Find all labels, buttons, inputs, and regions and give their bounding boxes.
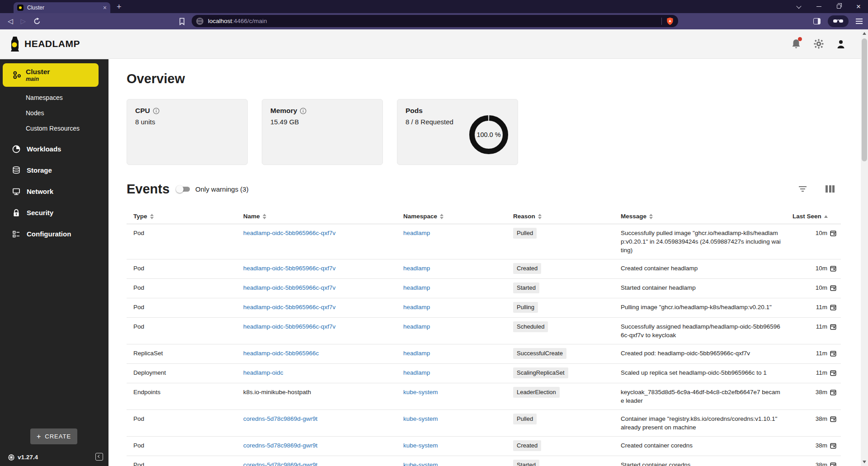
column-header-type[interactable]: Type (127, 209, 236, 224)
new-tab-button[interactable]: + (117, 2, 122, 12)
event-namespace-link[interactable]: headlamp (403, 304, 430, 311)
event-namespace-cell: headlamp (396, 279, 506, 298)
event-namespace-link[interactable]: headlamp (403, 350, 430, 357)
sidebar-item-storage[interactable]: Storage (0, 160, 108, 181)
sidebar-panel-icon[interactable] (813, 18, 821, 24)
column-header-namespace[interactable]: Namespace (396, 209, 506, 224)
window-menu-chevron-icon[interactable] (796, 4, 802, 10)
create-button[interactable]: + CREATE (30, 428, 77, 444)
site-settings-icon[interactable] (196, 18, 203, 25)
info-icon[interactable] (300, 108, 307, 114)
pods-donut-chart: 100.0 % (469, 115, 509, 155)
column-label: Reason (513, 213, 535, 220)
notifications-button[interactable] (791, 38, 801, 49)
sidebar-item-custom-resources[interactable]: Custom Resources (0, 121, 108, 136)
event-namespace-cell: headlamp (396, 344, 506, 364)
event-name-link[interactable]: coredns-5d78c9869d-gwr9t (243, 442, 317, 449)
tab-close-icon[interactable]: × (103, 5, 107, 11)
card-title: CPU (135, 107, 150, 115)
event-name-link[interactable]: coredns-5d78c9869d-gwr9t (243, 415, 317, 422)
columns-icon[interactable] (826, 185, 835, 193)
window-restore-button[interactable] (835, 4, 842, 10)
window-close-button[interactable]: × (855, 4, 862, 10)
calendar-icon (830, 442, 836, 449)
calendar-icon (830, 230, 836, 236)
profile-button[interactable] (836, 39, 845, 49)
card-cpu: CPU8 units (127, 99, 248, 165)
event-type: Pod (127, 318, 236, 344)
event-name-link[interactable]: coredns-5d78c9869d-gwr9t (243, 461, 317, 466)
column-label: Last Seen (793, 213, 821, 220)
event-reason-cell: Pulled (506, 224, 614, 259)
event-name-link[interactable]: headlamp-oidc-5bb965966c-qxf7v (243, 230, 335, 236)
page-scrollbar[interactable] (861, 29, 868, 466)
event-row: Podheadlamp-oidc-5bb965966c-qxf7vheadlam… (127, 279, 841, 298)
event-name-cell: headlamp-oidc-5bb965966c-qxf7v (236, 224, 396, 259)
event-name-cell: headlamp-oidc-5bb965966c (236, 344, 396, 364)
sidebar-item-configuration[interactable]: Configuration (0, 223, 108, 245)
event-namespace-link[interactable]: headlamp (403, 323, 430, 330)
forward-button[interactable]: ▷ (21, 17, 26, 25)
event-name-link[interactable]: headlamp-oidc-5bb965966c-qxf7v (243, 323, 335, 330)
sidebar-collapse-button[interactable] (95, 453, 103, 461)
bookmark-icon[interactable] (179, 18, 185, 25)
event-name-link[interactable]: headlamp-oidc-5bb965966c-qxf7v (243, 304, 335, 311)
events-table-header: TypeNameNamespaceReasonMessageLast Seen (127, 209, 841, 224)
browser-menu-icon[interactable] (856, 19, 863, 24)
event-last-seen: 11m (786, 344, 841, 364)
event-name-link[interactable]: headlamp-oidc-5bb965966c (243, 350, 319, 357)
sidebar-item-cluster[interactable]: Cluster main (3, 63, 99, 87)
sidebar-item-network[interactable]: Network (0, 181, 108, 202)
sidebar-item-workloads[interactable]: Workloads (0, 138, 108, 160)
window-minimize-button[interactable] (816, 4, 822, 10)
event-message: Created pod: headlamp-oidc-5bb965966c-qx… (614, 344, 786, 364)
event-namespace-link[interactable]: headlamp (403, 265, 430, 272)
sidebar-item-nodes[interactable]: Nodes (0, 105, 108, 121)
url-separator (661, 18, 662, 25)
event-namespace-cell: kube-system (396, 456, 506, 466)
event-name-cell: headlamp-oidc-5bb965966c-qxf7v (236, 318, 396, 344)
storage-icon (12, 166, 21, 175)
event-namespace-link[interactable]: kube-system (403, 389, 438, 395)
browser-tab[interactable]: Cluster × (14, 2, 110, 13)
event-row: Podcoredns-5d78c9869d-gwr9tkube-systemSt… (127, 456, 841, 466)
filter-icon[interactable] (799, 186, 807, 192)
column-header-last-seen[interactable]: Last Seen (786, 209, 841, 224)
sidebar-item-security[interactable]: Security (0, 202, 108, 223)
event-reason-cell: Started (506, 279, 614, 298)
event-name-link[interactable]: headlamp-oidc-5bb965966c-qxf7v (243, 284, 335, 291)
event-name-link[interactable]: headlamp-oidc-5bb965966c-qxf7v (243, 265, 335, 272)
event-namespace-link[interactable]: headlamp (403, 230, 430, 236)
column-header-reason[interactable]: Reason (506, 209, 614, 224)
reason-chip: Started (513, 460, 539, 466)
back-button[interactable]: ◁ (8, 17, 13, 25)
reload-button[interactable] (33, 18, 41, 25)
sort-icon (150, 214, 154, 219)
headlamp-logo[interactable]: HEADLAMP (9, 36, 80, 52)
event-namespace-link[interactable]: kube-system (403, 461, 438, 466)
event-last-seen: 38m (786, 410, 841, 437)
version-label: v1.27.4 (18, 454, 38, 461)
workloads-icon (12, 145, 21, 154)
sidebar-item-namespaces[interactable]: Namespaces (0, 90, 108, 105)
event-namespace-link[interactable]: headlamp (403, 369, 430, 376)
event-name-link[interactable]: headlamp-oidc (243, 369, 283, 376)
url-bar[interactable]: localhost :4466/c/main (192, 15, 678, 27)
settings-button[interactable] (814, 39, 824, 49)
scrollbar-thumb[interactable] (862, 38, 867, 161)
only-warnings-toggle[interactable] (176, 185, 191, 193)
brave-shield-icon[interactable] (666, 17, 674, 25)
brave-vpn-button[interactable] (828, 15, 849, 27)
event-namespace-link[interactable]: kube-system (403, 442, 438, 449)
scrollbar-down-arrow[interactable] (863, 461, 866, 463)
event-namespace-link[interactable]: kube-system (403, 415, 438, 422)
info-icon[interactable] (153, 108, 160, 114)
sidebar-item-label: Configuration (27, 230, 71, 238)
event-namespace-link[interactable]: headlamp (403, 284, 430, 291)
reason-chip: Created (513, 440, 541, 451)
column-label: Name (243, 213, 260, 220)
scrollbar-up-arrow[interactable] (863, 32, 866, 35)
event-name-cell: headlamp-oidc (236, 364, 396, 383)
column-header-name[interactable]: Name (236, 209, 396, 224)
column-header-message[interactable]: Message (614, 209, 786, 224)
